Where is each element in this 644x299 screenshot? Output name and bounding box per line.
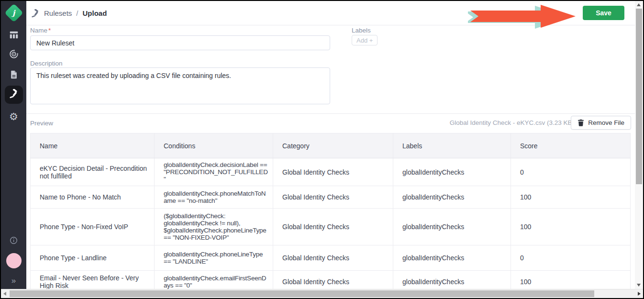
cell-rule-category: Global Identity Checks xyxy=(273,271,393,289)
sidebar: j xyxy=(1,1,26,289)
description-field-label: Description xyxy=(30,60,63,67)
uploaded-file-info: Global Identity Check - eKYC.csv (3.23 K… xyxy=(450,119,574,126)
main-content: Name* Labels Add + Description This rule… xyxy=(26,25,635,289)
preview-section-label: Preview xyxy=(30,120,53,127)
description-textarea[interactable]: This ruleset was created by uploading a … xyxy=(30,67,330,104)
document-icon xyxy=(9,70,19,79)
cell-rule-category: Global Identity Checks xyxy=(273,245,393,271)
gear-icon: ⚙ xyxy=(9,111,18,122)
ruleset-name-input[interactable] xyxy=(30,35,330,50)
column-header-conditions: Conditions xyxy=(155,133,273,158)
cell-rule-category: Global Identity Checks xyxy=(273,209,393,245)
columns-icon xyxy=(9,30,19,40)
user-avatar[interactable] xyxy=(6,253,22,268)
table-header-row: Name Conditions Category Labels Score xyxy=(31,133,631,158)
column-header-category: Category xyxy=(273,133,393,158)
logo-letter: j xyxy=(12,9,15,17)
table-row: Phone Type - Landline globalIdentityChec… xyxy=(31,245,631,271)
info-icon xyxy=(9,236,18,245)
scroll-up-arrow-icon[interactable] xyxy=(637,3,641,6)
scroll-down-arrow-icon[interactable] xyxy=(637,284,641,287)
breadcrumb-current-page: Upload xyxy=(83,9,107,17)
logo-diamond-icon: j xyxy=(4,3,23,22)
cell-rule-conditions: ($globalIdentityCheck: globalIdentityChe… xyxy=(155,209,273,245)
cell-rule-name: Phone Type - Landline xyxy=(31,245,155,271)
add-label-button[interactable]: Add + xyxy=(352,35,378,45)
cell-rule-score: 100 xyxy=(511,271,631,289)
remove-file-button[interactable]: Remove File xyxy=(571,116,631,130)
name-field-label: Name* xyxy=(30,27,51,34)
target-icon xyxy=(9,49,19,59)
cell-rule-score: 0 xyxy=(511,245,631,271)
sidebar-item-rulesets[interactable] xyxy=(5,86,23,104)
save-button[interactable]: Save xyxy=(583,6,624,20)
cell-rule-conditions: globalIdentityCheck.phoneLineType == "LA… xyxy=(155,245,273,271)
sidebar-collapse-chevrons-icon[interactable]: » xyxy=(1,276,26,286)
cell-rule-category: Global Identity Checks xyxy=(273,158,393,186)
cell-rule-conditions: globalIdentityCheck.phoneMatchToName == … xyxy=(155,186,273,209)
column-header-name: Name xyxy=(31,133,155,158)
cell-rule-score: 0 xyxy=(511,158,631,186)
app-screenshot: j xyxy=(0,0,644,299)
section-divider xyxy=(26,113,635,114)
gavel-icon xyxy=(31,9,40,18)
required-asterisk: * xyxy=(48,27,51,34)
sidebar-item-settings[interactable]: ⚙ xyxy=(1,107,26,125)
trash-icon xyxy=(577,119,584,126)
breadcrumb-rulesets-link[interactable]: Rulesets xyxy=(44,9,72,17)
vertical-scrollbar-thumb[interactable] xyxy=(636,9,642,184)
sidebar-item-columns[interactable] xyxy=(1,26,26,44)
cell-rule-conditions: globalIdentityCheck.emailFirstSeenDays =… xyxy=(155,271,273,289)
horizontal-scrollbar[interactable] xyxy=(1,289,643,298)
vertical-scrollbar[interactable] xyxy=(635,1,643,289)
sidebar-item-target[interactable] xyxy=(1,45,26,63)
labels-field-label: Labels xyxy=(352,27,371,34)
cell-rule-score: 100 xyxy=(511,209,631,245)
table-row: eKYC Decision Detail - Precondition not … xyxy=(31,158,631,186)
cell-rule-conditions: globalIdentityCheck.decisionLabel == "PR… xyxy=(155,158,273,186)
gavel-icon xyxy=(9,89,19,100)
column-header-labels: Labels xyxy=(393,133,511,158)
horizontal-scrollbar-thumb[interactable] xyxy=(10,290,594,297)
cell-rule-name: Phone Type - Non-Fixed VoIP xyxy=(31,209,155,245)
rules-preview-table: Name Conditions Category Labels Score eK… xyxy=(30,133,631,289)
column-header-score: Score xyxy=(511,133,631,158)
table-row: Email - Never Seen Before - Very High Ri… xyxy=(31,271,631,289)
table-row: Name to Phone - No Match globalIdentityC… xyxy=(31,186,631,209)
cell-rule-category: Global Identity Checks xyxy=(273,186,393,209)
remove-file-button-label: Remove File xyxy=(588,119,624,126)
app-window: j xyxy=(1,1,643,298)
scroll-right-arrow-icon[interactable] xyxy=(638,292,641,296)
scroll-left-arrow-icon[interactable] xyxy=(3,292,6,296)
cell-rule-name: eKYC Decision Detail - Precondition not … xyxy=(31,158,155,186)
cell-rule-labels: globalIdentityChecks xyxy=(393,209,511,245)
cell-rule-labels: globalIdentityChecks xyxy=(393,158,511,186)
sidebar-item-documents[interactable] xyxy=(1,66,26,84)
top-header: Rulesets / Upload Save xyxy=(26,1,635,25)
cell-rule-labels: globalIdentityChecks xyxy=(393,245,511,271)
cell-rule-name: Name to Phone - No Match xyxy=(31,186,155,209)
cell-rule-labels: globalIdentityChecks xyxy=(393,186,511,209)
cell-rule-labels: globalIdentityChecks xyxy=(393,271,511,289)
cell-rule-score: 100 xyxy=(511,186,631,209)
breadcrumb-separator: / xyxy=(76,9,78,17)
breadcrumb: Rulesets / Upload xyxy=(31,1,107,25)
cell-rule-name: Email - Never Seen Before - Very High Ri… xyxy=(31,271,155,289)
app-logo[interactable]: j xyxy=(7,6,21,20)
sidebar-item-info[interactable] xyxy=(1,231,26,249)
table-row: Phone Type - Non-Fixed VoIP ($globalIden… xyxy=(31,209,631,245)
